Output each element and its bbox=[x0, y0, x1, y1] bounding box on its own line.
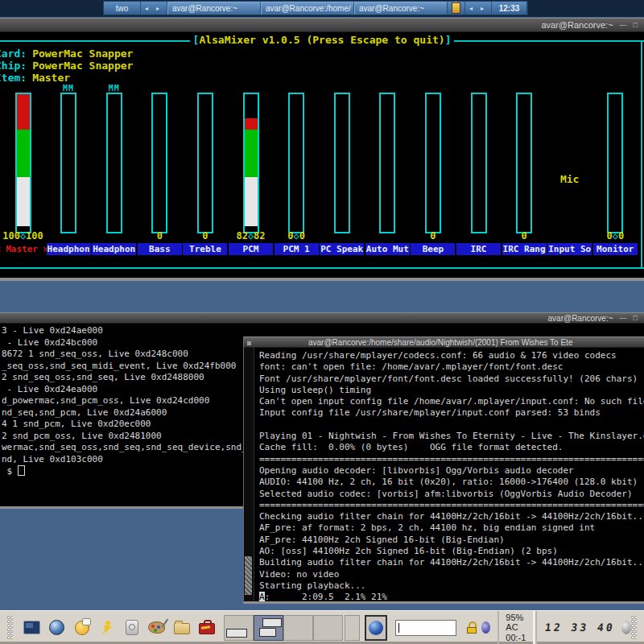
minimize-icon[interactable]: — bbox=[620, 21, 627, 29]
mixer-channel-label[interactable]: Input So bbox=[547, 243, 592, 255]
window-menu-icon[interactable] bbox=[247, 341, 251, 345]
mixer-channel-pc-speak-7: PC Speak bbox=[319, 32, 365, 278]
bar-zone-white bbox=[245, 177, 258, 227]
terminal-titlebar[interactable]: avar@Rancorve:~ — □ bbox=[0, 312, 644, 324]
pager-cell-1[interactable] bbox=[224, 615, 254, 641]
mixer-channel-pcm-5: 82◇82PCM bbox=[228, 32, 274, 278]
file-manager-launcher[interactable] bbox=[173, 619, 191, 637]
mixer-channel-label[interactable]: Treble bbox=[183, 243, 227, 255]
mixer-channel-label[interactable]: IRC Rang bbox=[502, 243, 547, 255]
alsamixer-content: [AlsaMixer v1.0.5 (Press Escape to quit)… bbox=[0, 32, 644, 278]
mixer-channel-irc-rang-11: 0IRC Rang bbox=[502, 32, 547, 278]
mplayer-line: Cache fill: 0.00% (0 bytes) OGG file for… bbox=[259, 442, 644, 453]
mixer-volume-bar[interactable] bbox=[471, 93, 487, 233]
panel-handle-right[interactable] bbox=[631, 616, 637, 640]
desktop-name[interactable]: two bbox=[104, 2, 141, 14]
clock-arrows-icon[interactable]: ◂ ▸ bbox=[465, 2, 492, 14]
pager-cell-3[interactable] bbox=[283, 615, 313, 641]
pager-cell-2[interactable] bbox=[254, 615, 283, 641]
panel-clock: 12:33 bbox=[492, 2, 527, 14]
mplayer-status-line: A: 2:09.5 2.1% 21% bbox=[259, 592, 644, 601]
instant-messenger-launcher[interactable] bbox=[98, 619, 116, 637]
bar-zone-gap bbox=[381, 226, 394, 232]
task-button-3[interactable]: avar@Rancorve:~ bbox=[354, 2, 448, 14]
mixer-channel-irc-10: IRC bbox=[456, 32, 502, 278]
pager-arrows-icon[interactable]: ◂ ▸ bbox=[141, 2, 167, 14]
mixer-volume-bar[interactable] bbox=[288, 93, 304, 233]
mixer-channel-label[interactable]: Headphon bbox=[47, 243, 91, 255]
scrollbar[interactable] bbox=[244, 348, 254, 601]
alsamixer-window-title: avar@Rancorve:~ bbox=[541, 20, 613, 30]
launcher-icons bbox=[23, 619, 216, 637]
blank-button[interactable] bbox=[345, 615, 361, 641]
mplayer-line: Selected audio codec: [vorbis] afm:libvo… bbox=[259, 489, 644, 500]
mixer-volume-bar[interactable] bbox=[379, 93, 395, 233]
mplayer-titlebar[interactable]: avar@Rancorve:/home/share/audio/Nightwis… bbox=[244, 336, 644, 348]
task-button-1[interactable]: avar@Rancorve:~ bbox=[167, 2, 261, 14]
mixer-volume-bar[interactable] bbox=[516, 93, 532, 233]
web-browser-launcher[interactable] bbox=[48, 619, 66, 637]
mplayer-line: AUDIO: 44100 Hz, 2 ch, 16 bit (0x20), ra… bbox=[259, 477, 644, 488]
mixer-volume-bar[interactable] bbox=[607, 93, 623, 233]
mplayer-line: Reading /usr/share/mplayer/codecs.conf: … bbox=[259, 350, 644, 361]
mixer-channel-label[interactable]: Auto Mut bbox=[365, 243, 410, 255]
lock-icon[interactable] bbox=[467, 621, 474, 634]
mixer-volume-bar[interactable] bbox=[151, 93, 167, 233]
mixer-channel-auto-mut-8: Auto Mut bbox=[365, 32, 411, 278]
dimmed-globe-icon[interactable] bbox=[621, 621, 631, 634]
mixer-value: 0◇0 bbox=[274, 230, 320, 242]
phone-launcher[interactable] bbox=[123, 619, 141, 637]
command-input[interactable] bbox=[395, 620, 456, 636]
mplayer-terminal-window: avar@Rancorve:/home/share/audio/Nightwis… bbox=[243, 336, 644, 604]
mixer-value: 0 bbox=[137, 230, 183, 242]
pager-cell-4[interactable] bbox=[313, 615, 343, 641]
panel-handle[interactable] bbox=[7, 616, 13, 640]
mixer-channel-label[interactable]: Monitor bbox=[593, 243, 638, 255]
swirl-icon[interactable] bbox=[481, 621, 490, 634]
mixer-volume-bar[interactable] bbox=[60, 93, 76, 233]
mixer-channel-label[interactable]: Bass bbox=[138, 243, 182, 255]
mplayer-line: Starting playback... bbox=[259, 580, 644, 592]
globe-button[interactable] bbox=[365, 615, 387, 641]
mixer-channel-label[interactable]: IRC bbox=[456, 243, 501, 255]
mixer-channel-label[interactable]: Beep bbox=[411, 243, 455, 255]
mixer-volume-bar[interactable] bbox=[197, 93, 213, 233]
terminal-line: 3 - Live 0xd24ae000 bbox=[2, 325, 644, 337]
bottom-taskbar: 95% AC 00:-1 12 33 40 bbox=[0, 610, 644, 644]
chat-launcher[interactable] bbox=[73, 619, 91, 637]
workspace-pager bbox=[224, 615, 343, 641]
mixer-volume-bar[interactable] bbox=[106, 93, 122, 233]
minimize-icon[interactable]: — bbox=[620, 314, 627, 322]
mixer-channel-label[interactable]: PCM bbox=[229, 243, 273, 255]
terminal-launcher[interactable] bbox=[23, 619, 41, 637]
mixer-channel-label[interactable]: PCM 1 bbox=[275, 243, 319, 255]
mplayer-line: AF_pre: af format: 2 bps, 2 ch, 44100 hz… bbox=[259, 522, 644, 534]
mixer-channel-monitor-13: 0◇0Monitor bbox=[592, 32, 638, 278]
mixer-channel-pcm-1-6: 0◇0PCM 1 bbox=[274, 32, 320, 278]
mixer-channel-label[interactable]: PC Speak bbox=[320, 243, 364, 255]
mixer-channel-label[interactable]: Headphon bbox=[92, 243, 136, 255]
bar-empty-overlay bbox=[245, 94, 258, 118]
alsamixer-titlebar[interactable]: avar@Rancorve:~ — □ bbox=[0, 18, 644, 32]
bar-zone-green bbox=[245, 130, 258, 176]
mixer-volume-bar[interactable] bbox=[15, 93, 31, 233]
mute-indicator: MM bbox=[46, 84, 92, 93]
scrollbar-thumb[interactable] bbox=[245, 556, 252, 595]
maximize-icon[interactable]: □ bbox=[634, 21, 638, 29]
mplayer-line: ========================================… bbox=[259, 454, 644, 465]
mixer-channel-headphon-2: MMHeadphon bbox=[91, 32, 137, 278]
mixer-channel-beep-9: 0Beep bbox=[410, 32, 456, 278]
maximize-icon[interactable]: □ bbox=[634, 314, 638, 322]
mixer-volume-bar[interactable] bbox=[334, 93, 350, 233]
mixer-volume-bar[interactable] bbox=[425, 93, 441, 233]
mixer-volume-bar[interactable] bbox=[243, 93, 259, 233]
toolbox-launcher[interactable] bbox=[198, 619, 216, 637]
mplayer-window-title: avar@Rancorve:/home/share/audio/Nightwis… bbox=[308, 338, 572, 347]
paint-launcher[interactable] bbox=[148, 619, 166, 637]
bar-zone-gap bbox=[108, 226, 121, 232]
task-button-2[interactable]: avar@Rancorve:/home/ bbox=[261, 2, 354, 14]
mixer-channel-treble-4: 0Treble bbox=[182, 32, 228, 278]
alsamixer-right-border bbox=[641, 40, 642, 269]
mixer-channel-label[interactable]: < Master > bbox=[0, 243, 45, 255]
terminal-window-title: avar@Rancorve:~ bbox=[548, 314, 613, 323]
